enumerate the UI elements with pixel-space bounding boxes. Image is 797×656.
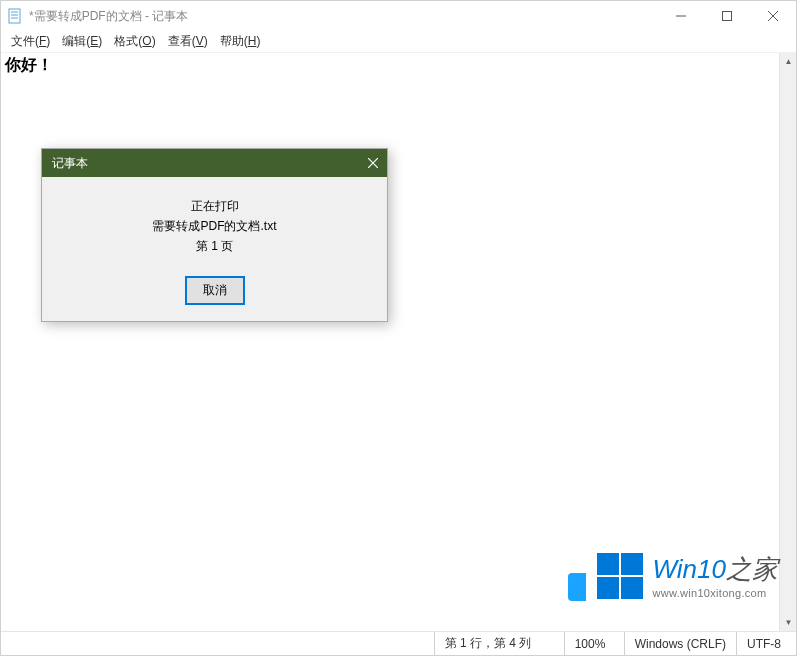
window-controls — [658, 1, 796, 31]
close-icon — [768, 11, 778, 21]
maximize-icon — [722, 11, 732, 21]
notepad-window: *需要转成PDF的文档 - 记事本 文件(F) 编辑(E) 格式(O) 查看(V… — [0, 0, 797, 656]
status-position: 第 1 行，第 4 列 — [434, 632, 564, 655]
content-area: 你好！ ▲ ▼ 记事本 正在打印 需要转成PDF的文档.txt 第 1 页 取消 — [1, 53, 796, 631]
dialog-filename-line: 需要转成PDF的文档.txt — [52, 218, 377, 235]
dialog-title: 记事本 — [52, 155, 359, 172]
status-eol: Windows (CRLF) — [624, 632, 736, 655]
svg-rect-5 — [723, 12, 732, 21]
print-dialog: 记事本 正在打印 需要转成PDF的文档.txt 第 1 页 取消 — [41, 148, 388, 322]
maximize-button[interactable] — [704, 1, 750, 31]
close-icon — [368, 158, 378, 168]
svg-rect-0 — [9, 9, 20, 23]
menu-edit[interactable]: 编辑(E) — [56, 31, 108, 52]
dialog-titlebar[interactable]: 记事本 — [42, 149, 387, 177]
menu-view[interactable]: 查看(V) — [162, 31, 214, 52]
statusbar: 第 1 行，第 4 列 100% Windows (CRLF) UTF-8 — [1, 631, 796, 655]
notepad-icon — [7, 8, 23, 24]
scroll-up-icon[interactable]: ▲ — [780, 53, 796, 70]
minimize-icon — [676, 11, 686, 21]
minimize-button[interactable] — [658, 1, 704, 31]
status-zoom: 100% — [564, 632, 624, 655]
scroll-down-icon[interactable]: ▼ — [780, 614, 796, 631]
menu-file[interactable]: 文件(F) — [5, 31, 56, 52]
dialog-body: 正在打印 需要转成PDF的文档.txt 第 1 页 取消 — [42, 177, 387, 321]
titlebar[interactable]: *需要转成PDF的文档 - 记事本 — [1, 1, 796, 31]
dialog-page-line: 第 1 页 — [52, 238, 377, 255]
window-title: *需要转成PDF的文档 - 记事本 — [29, 8, 658, 25]
dialog-status-line: 正在打印 — [52, 198, 377, 215]
menu-format[interactable]: 格式(O) — [108, 31, 161, 52]
status-encoding: UTF-8 — [736, 632, 796, 655]
menubar: 文件(F) 编辑(E) 格式(O) 查看(V) 帮助(H) — [1, 31, 796, 53]
menu-help[interactable]: 帮助(H) — [214, 31, 267, 52]
text-editor[interactable]: 你好！ — [1, 53, 796, 631]
dialog-close-button[interactable] — [359, 149, 387, 177]
vertical-scrollbar[interactable]: ▲ ▼ — [779, 53, 796, 631]
cancel-button[interactable]: 取消 — [185, 276, 245, 305]
close-button[interactable] — [750, 1, 796, 31]
